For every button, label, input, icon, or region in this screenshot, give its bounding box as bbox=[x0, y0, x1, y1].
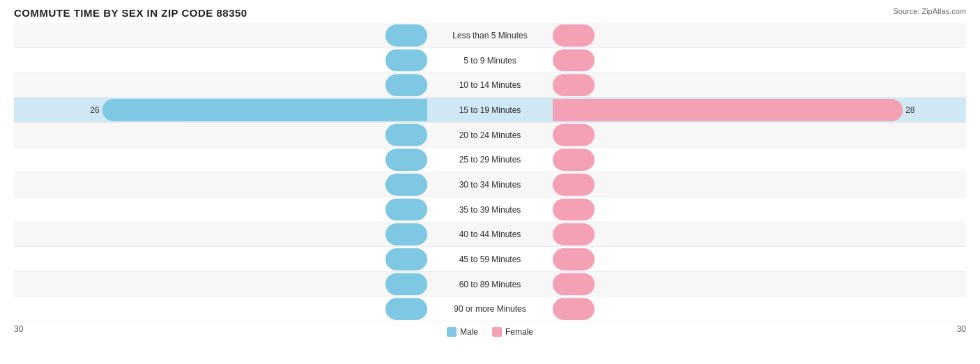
source-label: Source: ZipAtlas.com bbox=[893, 7, 966, 15]
svg-rect-5 bbox=[553, 24, 595, 47]
svg-rect-71 bbox=[385, 273, 427, 296]
svg-rect-43 bbox=[385, 174, 427, 196]
svg-rect-12 bbox=[553, 50, 595, 72]
axis-right-label: 30 bbox=[957, 324, 966, 337]
svg-rect-19 bbox=[553, 74, 595, 96]
svg-rect-66 bbox=[553, 248, 595, 271]
svg-text:60 to 89 Minutes: 60 to 89 Minutes bbox=[459, 280, 521, 289]
svg-text:5 to 9 Minutes: 5 to 9 Minutes bbox=[464, 56, 516, 66]
svg-text:10 to 14 Minutes: 10 to 14 Minutes bbox=[459, 80, 521, 90]
svg-rect-10 bbox=[385, 50, 427, 72]
legend-male: Male bbox=[447, 327, 478, 337]
svg-text:40 to 44 Minutes: 40 to 44 Minutes bbox=[459, 229, 521, 239]
svg-text:45 to 59 Minutes: 45 to 59 Minutes bbox=[459, 255, 521, 264]
legend-female-label: Female bbox=[505, 327, 533, 337]
legend-male-color bbox=[447, 327, 457, 337]
svg-rect-78 bbox=[385, 298, 427, 320]
chart-title: COMMUTE TIME BY SEX IN ZIP CODE 88350 bbox=[14, 7, 966, 19]
svg-rect-57 bbox=[385, 223, 427, 245]
svg-rect-3 bbox=[385, 24, 427, 47]
svg-text:90 or more Minutes: 90 or more Minutes bbox=[454, 304, 526, 314]
svg-rect-31 bbox=[553, 124, 595, 146]
svg-text:20 to 24 Minutes: 20 to 24 Minutes bbox=[459, 130, 521, 140]
svg-rect-29 bbox=[385, 124, 427, 146]
chart-container: COMMUTE TIME BY SEX IN ZIP CODE 88350 So… bbox=[0, 0, 980, 364]
axis-left-label: 30 bbox=[14, 324, 23, 337]
chart-svg-area: 00Less than 5 Minutes005 to 9 Minutes001… bbox=[14, 23, 966, 321]
svg-rect-59 bbox=[553, 223, 595, 245]
svg-rect-45 bbox=[553, 174, 595, 196]
bottom-axis: 30 Male Female 30 bbox=[14, 321, 966, 337]
legend: Male Female bbox=[447, 327, 533, 337]
svg-rect-64 bbox=[385, 248, 427, 271]
svg-rect-38 bbox=[553, 149, 595, 171]
svg-text:15 to 19 Minutes: 15 to 19 Minutes bbox=[459, 105, 521, 115]
svg-text:28: 28 bbox=[905, 105, 915, 115]
svg-text:30 to 34 Minutes: 30 to 34 Minutes bbox=[459, 180, 521, 190]
svg-rect-80 bbox=[553, 298, 595, 320]
svg-rect-73 bbox=[553, 273, 595, 296]
svg-rect-50 bbox=[385, 199, 427, 221]
legend-female: Female bbox=[492, 327, 533, 337]
svg-rect-52 bbox=[553, 199, 595, 221]
svg-text:26: 26 bbox=[90, 105, 100, 115]
legend-male-label: Male bbox=[460, 327, 478, 337]
svg-text:Less than 5 Minutes: Less than 5 Minutes bbox=[452, 31, 527, 40]
legend-female-color bbox=[492, 327, 502, 337]
svg-text:35 to 39 Minutes: 35 to 39 Minutes bbox=[459, 205, 521, 215]
svg-text:25 to 29 Minutes: 25 to 29 Minutes bbox=[459, 155, 521, 165]
svg-rect-17 bbox=[385, 74, 427, 96]
svg-rect-36 bbox=[385, 149, 427, 171]
